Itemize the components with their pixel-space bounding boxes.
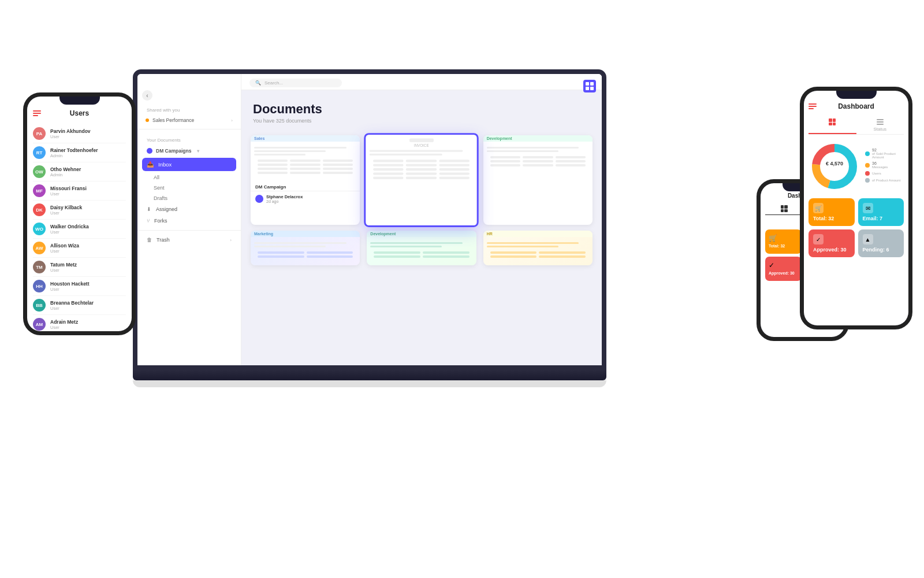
back-button[interactable]: ‹ [142,90,152,101]
tab-status[interactable]: Status [856,116,904,134]
user-role: User [50,249,79,254]
inbox-item[interactable]: 📥 Inbox [142,158,236,171]
stat-approved-value: Approved: 30 [769,271,798,275]
doc-card-2[interactable]: INVOICE [364,133,479,227]
user-role: User [50,191,87,197]
laptop: ‹ Shared with you Sales Performance › Yo… [133,69,606,399]
search-bar[interactable]: 🔍 Search... [249,79,342,87]
legend-label-4: of Product Amount [872,179,900,182]
check-icon-large: ✓ [813,234,824,244]
check-icon: ✓ [769,261,798,269]
cart-icon: 🛒 [769,234,798,242]
sent-item[interactable]: Sent [137,183,241,193]
trash-chevron-icon: › [230,238,232,243]
donut-chart: € 4,570 [808,140,860,192]
user-list-item[interactable]: RT Rainer Todtenhoefer Admin [33,143,126,162]
doc-card-1[interactable]: Sales DM Campaign [251,135,360,225]
apps-icon[interactable] [583,80,596,92]
doc-card-6[interactable]: HR [483,231,593,265]
user-name: Otho Wehner [50,166,81,172]
warning-icon-large: ▲ [863,234,873,244]
legend-dot-2 [865,163,870,168]
user-list-item[interactable]: DK Daisy Kilback User [33,201,126,220]
user-role: Admin [50,172,81,177]
svg-text:€ 4,570: € 4,570 [826,161,843,166]
user-name: Tatum Metz [50,262,77,268]
legend-sub-1: of Sold Product Amount [872,152,904,159]
sales-performance-item[interactable]: Sales Performance › [137,115,241,125]
user-role: User [50,306,94,311]
doc-name-1: DM Campaign [251,181,360,191]
laptop-stand [133,380,606,387]
user-name: Parvin Akhundov [50,128,91,134]
user-avatar: BB [33,299,46,312]
email-icon-large: ✉ [863,203,873,213]
dm-campaigns-item[interactable]: DM Campaigns ▾ [137,145,241,157]
hamburger-icon[interactable] [33,110,41,116]
stat-card-teal[interactable]: ✉ Email: 7 [858,198,904,226]
user-list-item[interactable]: OW Otho Wehner Admin [33,162,126,181]
users-title: Users [70,109,89,117]
legend-label-1: 92 [872,148,904,152]
stat-value-red: Approved: 30 [813,247,847,253]
user-name: Daisy Kilback [50,205,82,210]
stat-value-orange: Total: 32 [813,216,834,221]
small-tab-grid[interactable] [765,203,803,215]
stat-card-orange[interactable]: 🛒 Total: 32 [808,198,855,226]
chevron-right-icon: › [231,118,233,123]
dashboard-tabs: Status [808,116,904,135]
laptop-main: 🔍 Search... Documents You have 325 docum… [241,74,602,365]
stat-card-approved[interactable]: ✓ Approved: 30 [765,257,802,281]
stat-card-gray[interactable]: ▲ Pending: 6 [858,229,904,257]
sales-dot [146,118,149,122]
user-list-item[interactable]: BB Breanna Bechtelar User [33,296,126,315]
search-placeholder: Search... [264,80,283,86]
user-role: User [50,229,89,235]
page-title: Documents [253,102,590,117]
doc-tag-6: HR [483,231,593,237]
user-list-item[interactable]: TM Tatum Metz User [33,258,126,277]
legend-dot-4 [865,178,870,183]
phone-notch-left [59,97,100,105]
laptop-sidebar: ‹ Shared with you Sales Performance › Yo… [137,74,241,365]
user-name: Breanna Bechtelar [50,300,94,306]
stat-grid-large: 🛒 Total: 32 ✉ Email: 7 ✓ Approved: 30 ▲ … [808,198,904,257]
forks-item[interactable]: ⑂ Forks [137,215,241,227]
user-role: User [50,268,77,273]
doc-card-4[interactable]: Marketing [251,231,360,265]
chevron-down-icon: ▾ [197,149,199,154]
trash-item[interactable]: 🗑 Trash › [137,234,241,246]
user-role: Admin [50,153,98,158]
user-name: Walker Ondricka [50,224,89,229]
dashboard-hamburger-icon[interactable] [808,103,817,109]
user-name: Houston Hackett [50,281,90,287]
phone-left: Users PA Parvin Akhundov User RT Rainer … [23,92,136,335]
main-header: Documents You have 325 documents [241,90,602,129]
user-role: User [50,210,82,216]
user-list-item[interactable]: PA Parvin Akhundov User [33,124,126,143]
all-item[interactable]: All [137,172,241,183]
doc-avatar-1 [255,195,263,203]
user-list-item[interactable]: MF Missouri Fransi User [33,181,126,201]
stat-card-red[interactable]: ✓ Approved: 30 [808,229,855,257]
user-avatar: DK [33,203,46,216]
users-header: Users [33,109,126,117]
user-list-item[interactable]: AW Allison Wiza User [33,239,126,258]
doc-card-5[interactable]: Development [367,231,476,265]
user-role: User [50,134,91,139]
user-list-item[interactable]: HH Houston Hackett User [33,277,126,296]
user-avatar: AW [33,242,46,254]
user-list-item[interactable]: WO Walker Ondricka User [33,220,126,239]
doc-card-3[interactable]: Development [483,135,593,225]
tab-grid[interactable] [808,116,856,134]
stat-card-total[interactable]: 🛒 Total: 32 [765,229,802,254]
inbox-label: Inbox [158,161,172,168]
user-name: Allison Wiza [50,243,79,249]
doc-grid-row1: Sales DM Campaign [241,129,602,231]
user-list-item[interactable]: AM Adrain Metz User [33,315,126,331]
dashboard-title: Dashboard [838,102,874,110]
drafts-item[interactable]: Drafts [137,193,241,203]
assigned-item[interactable]: ⬇ Assigned [137,203,241,215]
doc-tag-4: Marketing [251,231,360,237]
donut-legend: 92 of Sold Product Amount 36 Messages [865,148,904,185]
